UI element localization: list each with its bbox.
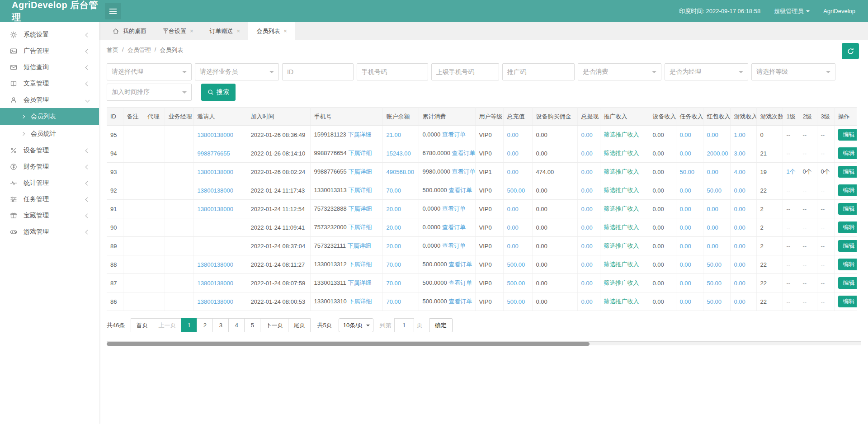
value-link[interactable]: 50.00	[707, 261, 722, 268]
page-button-2[interactable]: 2	[197, 318, 213, 332]
grade-link[interactable]: 1个	[787, 168, 796, 175]
sub-detail-link[interactable]: 下属详细	[348, 224, 372, 231]
value-link[interactable]: 0.00	[507, 150, 519, 157]
edit-button[interactable]: 编辑	[838, 147, 857, 159]
sort-select[interactable]: 加入时间排序	[107, 84, 192, 101]
value-link[interactable]: 0.00	[581, 169, 593, 175]
value-link[interactable]: 0.00	[507, 132, 519, 138]
value-link[interactable]: 70.00	[387, 280, 401, 287]
value-link[interactable]: 20.00	[387, 224, 401, 231]
value-link[interactable]: 50.00	[707, 280, 722, 287]
promo-income-link[interactable]: 筛选推广收入	[604, 205, 639, 212]
value-link[interactable]: 0.00	[680, 224, 691, 231]
view-order-link[interactable]: 查看订单	[448, 261, 472, 268]
promo-income-link[interactable]: 筛选推广收入	[604, 187, 639, 193]
value-link[interactable]: 500.00	[507, 187, 525, 194]
filter-select[interactable]: 请选择代理	[107, 63, 192, 80]
sub-detail-link[interactable]: 下属详细	[348, 150, 372, 156]
value-link[interactable]: 13800138000	[198, 280, 234, 287]
promo-income-link[interactable]: 筛选推广收入	[604, 242, 639, 249]
sub-detail-link[interactable]: 下属详细	[348, 298, 372, 305]
sidebar-item-系统设置[interactable]: 系统设置	[0, 27, 99, 43]
view-order-link[interactable]: 查看订单	[448, 298, 472, 305]
promo-income-link[interactable]: 筛选推广收入	[604, 131, 639, 138]
sub-detail-link[interactable]: 下属详细	[348, 205, 372, 212]
filter-select[interactable]: 请选择业务员	[195, 63, 279, 80]
value-link[interactable]: 50.00	[680, 169, 695, 175]
close-icon[interactable]: ×	[190, 28, 193, 34]
edit-button[interactable]: 编辑	[838, 203, 857, 215]
value-link[interactable]: 20.00	[387, 206, 401, 212]
promo-income-link[interactable]: 筛选推广收入	[604, 298, 639, 305]
value-link[interactable]: 0.00	[680, 261, 691, 268]
tab-我的桌面[interactable]: 我的桌面	[104, 22, 155, 40]
value-link[interactable]: 13800138000	[198, 132, 234, 138]
sub-detail-link[interactable]: 下属详细	[347, 242, 371, 249]
value-link[interactable]: 0.00	[581, 150, 593, 157]
value-link[interactable]: 0.00	[680, 132, 691, 138]
edit-button[interactable]: 编辑	[838, 184, 857, 196]
sidebar-item-任务管理[interactable]: 任务管理	[0, 191, 99, 207]
value-link[interactable]: 0.00	[507, 224, 519, 231]
close-icon[interactable]: ×	[237, 28, 241, 34]
value-link[interactable]: 0.00	[707, 243, 718, 250]
value-link[interactable]: 0.00	[734, 261, 745, 268]
sub-detail-link[interactable]: 下属详细	[348, 261, 372, 268]
refresh-button[interactable]	[842, 43, 859, 59]
value-link[interactable]: 9988776655	[198, 150, 230, 157]
value-link[interactable]: 0.00	[581, 132, 593, 138]
value-link[interactable]: 0.00	[707, 224, 718, 231]
view-order-link[interactable]: 查看订单	[442, 131, 466, 138]
promo-income-link[interactable]: 筛选推广收入	[604, 168, 639, 175]
page-button-4[interactable]: 4	[228, 318, 245, 332]
value-link[interactable]: 0.00	[734, 187, 745, 194]
user-role-dropdown[interactable]: 超级管理员	[774, 7, 810, 15]
value-link[interactable]: 70.00	[387, 261, 401, 268]
value-link[interactable]: 13800138000	[198, 261, 234, 268]
value-link[interactable]: 0.00	[581, 261, 593, 268]
value-link[interactable]: 50.00	[707, 298, 722, 305]
confirm-button[interactable]: 确定	[429, 318, 453, 332]
sidebar-item-广告管理[interactable]: 广告管理	[0, 43, 99, 59]
value-link[interactable]: 0.00	[707, 206, 718, 212]
value-link[interactable]: 0.00	[581, 206, 593, 212]
value-link[interactable]: 500.00	[507, 298, 525, 305]
value-link[interactable]: 0.00	[680, 150, 691, 157]
value-link[interactable]: 0.00	[581, 298, 593, 305]
sub-detail-link[interactable]: 下属详细	[348, 131, 371, 138]
scrollbar-thumb[interactable]	[107, 342, 590, 346]
value-link[interactable]: 0.00	[680, 280, 691, 287]
value-link[interactable]: 0.00	[734, 298, 745, 305]
next-page-button[interactable]: 下一页	[260, 318, 288, 332]
breadcrumb-item[interactable]: 首页	[107, 46, 118, 54]
edit-button[interactable]: 编辑	[838, 129, 857, 141]
value-link[interactable]: 0.00	[507, 206, 519, 212]
last-page-button[interactable]: 尾页	[288, 318, 311, 332]
value-link[interactable]: 0.00	[680, 187, 691, 194]
value-link[interactable]: 0.00	[734, 280, 745, 287]
sidebar-item-游戏管理[interactable]: 游戏管理	[0, 224, 99, 240]
value-link[interactable]: 0.00	[734, 224, 745, 231]
value-link[interactable]: 500.00	[507, 280, 525, 287]
value-link[interactable]: 1.00	[734, 132, 745, 138]
page-size-select[interactable]: 10条/页	[339, 318, 373, 332]
filter-input[interactable]	[431, 63, 499, 80]
filter-input[interactable]	[282, 63, 354, 80]
tab-会员列表[interactable]: 会员列表×	[248, 22, 295, 40]
sub-detail-link[interactable]: 下属详细	[348, 187, 372, 193]
close-icon[interactable]: ×	[283, 28, 287, 34]
value-link[interactable]: 50.00	[707, 187, 722, 194]
view-order-link[interactable]: 查看订单	[442, 205, 466, 212]
edit-button[interactable]: 编辑	[838, 240, 857, 252]
breadcrumb-item[interactable]: 会员管理	[127, 46, 151, 54]
sidebar-item-统计管理[interactable]: 统计管理	[0, 175, 99, 191]
value-link[interactable]: 0.00	[680, 206, 691, 212]
filter-select[interactable]: 请选择等级	[751, 63, 835, 80]
sidebar-item-短信查询[interactable]: 短信查询	[0, 59, 99, 75]
edit-button[interactable]: 编辑	[838, 166, 857, 178]
sidebar-subitem-会员统计[interactable]: 会员统计	[0, 125, 99, 142]
value-link[interactable]: 0.00	[680, 298, 691, 305]
value-link[interactable]: 0.00	[581, 243, 593, 250]
value-link[interactable]: 3.00	[734, 150, 745, 157]
view-order-link[interactable]: 查看订单	[448, 279, 472, 286]
